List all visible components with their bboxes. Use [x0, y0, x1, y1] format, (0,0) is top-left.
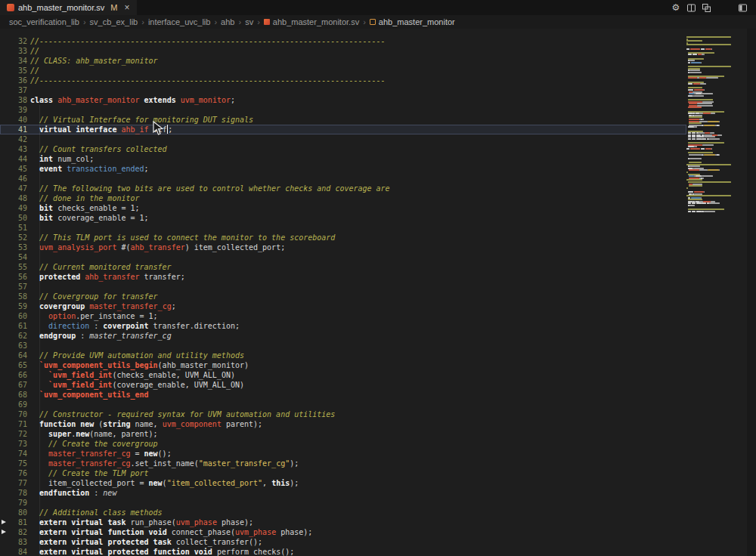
line-number[interactable]: 45 [0, 164, 27, 174]
line-number[interactable]: 37 [0, 85, 27, 95]
code-line[interactable]: 71 function new (string name, uvm_compon… [0, 419, 686, 429]
customize-layout-icon[interactable] [735, 0, 750, 15]
code-line[interactable]: 62 endgroup : master_transfer_cg [0, 331, 686, 341]
code-line[interactable]: 34// CLASS: ahb_master_monitor [0, 56, 686, 66]
code-line[interactable]: 45 event transaction_ended; [0, 164, 686, 174]
line-number[interactable]: 33 [0, 46, 27, 56]
vertical-scrollbar[interactable] [747, 29, 756, 556]
line-number[interactable]: 42 [0, 134, 27, 144]
code-line[interactable]: 80 // Additional class methods [0, 508, 686, 517]
line-number[interactable]: 46 [0, 174, 27, 184]
line-number[interactable]: 55 [0, 262, 27, 272]
line-number[interactable]: 56 [0, 272, 27, 282]
code-line[interactable]: 74 master_transfer_cg = new(); [0, 449, 686, 459]
code-line[interactable]: 56 protected ahb_transfer transfer; [0, 272, 686, 282]
code-line[interactable]: 78 endfunction : new [0, 488, 686, 498]
line-number[interactable]: 50 [0, 213, 27, 223]
code-line[interactable]: 72 super.new(name, parent); [0, 429, 686, 439]
line-number[interactable]: 79 [0, 498, 27, 508]
line-number[interactable]: 70 [0, 409, 27, 419]
code-line[interactable]: 36//------------------------------------… [0, 76, 686, 85]
code-line[interactable]: 52 // This TLM port is used to connect t… [0, 233, 686, 242]
code-line[interactable]: 59 covergroup master_transfer_cg; [0, 301, 686, 311]
line-number[interactable]: 67 [0, 380, 27, 390]
line-number[interactable]: 32 [0, 36, 27, 46]
code-line[interactable]: 42 [0, 134, 686, 144]
line-number[interactable]: 65 [0, 360, 27, 370]
code-line[interactable]: 82 extern virtual function void connect_… [0, 527, 686, 537]
code-line[interactable]: 60 option.per_instance = 1; [0, 311, 686, 321]
line-number[interactable]: 80 [0, 508, 27, 517]
line-number[interactable]: 47 [0, 184, 27, 193]
code-line[interactable]: 44 int num_col; [0, 154, 686, 164]
line-number[interactable]: 78 [0, 488, 27, 498]
code-line[interactable]: 77 item_collected_port = new("item_colle… [0, 478, 686, 488]
line-number[interactable]: 72 [0, 429, 27, 439]
code-line[interactable]: 48 // done in the monitor [0, 193, 686, 203]
line-number[interactable]: 76 [0, 468, 27, 478]
code-line[interactable]: 67 `uvm_field_int(coverage_enable, UVM_A… [0, 380, 686, 390]
code-line[interactable]: 58 // Covergroup for transfer [0, 292, 686, 301]
line-number[interactable]: 43 [0, 144, 27, 154]
line-number[interactable]: 53 [0, 242, 27, 252]
code-line[interactable]: 53 uvm_analysis_port #(ahb_transfer) ite… [0, 242, 686, 252]
settings-gear-icon[interactable]: ⚙ [668, 0, 683, 15]
line-number[interactable]: 54 [0, 252, 27, 262]
code-line[interactable]: 73 // Create the covergroup [0, 439, 686, 449]
code-line[interactable]: 38class ahb_master_monitor extends uvm_m… [0, 95, 686, 105]
line-number[interactable]: 84 [0, 547, 27, 556]
code-line[interactable]: 79 [0, 498, 686, 508]
code-line[interactable]: 47 // The following two bits are used to… [0, 184, 686, 193]
line-number[interactable]: 73 [0, 439, 27, 449]
line-number[interactable]: 71 [0, 419, 27, 429]
minimap[interactable] [686, 36, 745, 212]
line-number[interactable]: 81 [0, 517, 27, 527]
line-number[interactable]: 64 [0, 351, 27, 360]
breadcrumb-item-soc-verification-lib[interactable]: soc_verification_lib [8, 17, 81, 26]
line-number[interactable]: 51 [0, 223, 27, 233]
line-number[interactable]: 34 [0, 56, 27, 66]
code-line[interactable]: 75 master_transfer_cg.set_inst_name("mas… [0, 459, 686, 468]
code-line[interactable]: 35// [0, 66, 686, 76]
line-number[interactable]: 52 [0, 233, 27, 242]
code-line[interactable]: 76 // Create the TLM port [0, 468, 686, 478]
code-line[interactable]: 46 [0, 174, 686, 184]
code-line[interactable]: 65 `uvm_component_utils_begin(ahb_master… [0, 360, 686, 370]
line-number[interactable]: 60 [0, 311, 27, 321]
code-line[interactable]: 83 extern virtual protected task collect… [0, 537, 686, 547]
line-number[interactable]: 48 [0, 193, 27, 203]
line-number[interactable]: 38 [0, 95, 27, 105]
code-line[interactable]: 57 [0, 282, 686, 292]
code-line[interactable]: 51 [0, 223, 686, 233]
line-number[interactable]: 44 [0, 154, 27, 164]
code-line[interactable]: 63 [0, 341, 686, 351]
line-number[interactable]: 62 [0, 331, 27, 341]
code-line[interactable]: 40 // Virtual Interface for monitoring D… [0, 115, 686, 125]
code-line[interactable]: 39 [0, 105, 686, 115]
breadcrumb-item-sv[interactable]: sv [243, 17, 255, 26]
code-line[interactable]: 68 `uvm_component_utils_end [0, 390, 686, 400]
line-number[interactable]: 35 [0, 66, 27, 76]
breadcrumb-item-ahb-master-monitor[interactable]: ahb_master_monitor [368, 17, 457, 26]
split-editor-icon[interactable] [683, 0, 699, 15]
line-number[interactable]: 61 [0, 321, 27, 331]
editor-pane[interactable]: 32//------------------------------------… [0, 29, 756, 556]
breadcrumb-item-ahb-master-monitor-sv[interactable]: ahb_master_monitor.sv [262, 17, 361, 26]
line-number[interactable]: 68 [0, 390, 27, 400]
code-area[interactable]: 32//------------------------------------… [0, 29, 686, 556]
line-number[interactable]: 83 [0, 537, 27, 547]
tab-ahb-master-monitor[interactable]: ahb_master_monitor.sv M × [0, 0, 137, 15]
line-number[interactable]: 40 [0, 115, 27, 125]
breadcrumb-item-ahb[interactable]: ahb [219, 17, 236, 26]
code-line[interactable]: 33// [0, 46, 686, 56]
line-number[interactable]: 59 [0, 301, 27, 311]
code-line[interactable]: 64 // Provide UVM automation and utility… [0, 351, 686, 360]
line-number[interactable]: 58 [0, 292, 27, 301]
code-line[interactable]: 84 extern virtual protected function voi… [0, 547, 686, 556]
line-number[interactable]: 57 [0, 282, 27, 292]
line-number[interactable]: 75 [0, 459, 27, 468]
line-number[interactable]: 49 [0, 203, 27, 213]
code-line[interactable]: 54 [0, 252, 686, 262]
line-number[interactable]: 82 [0, 527, 27, 537]
code-line[interactable]: 37 [0, 85, 686, 95]
